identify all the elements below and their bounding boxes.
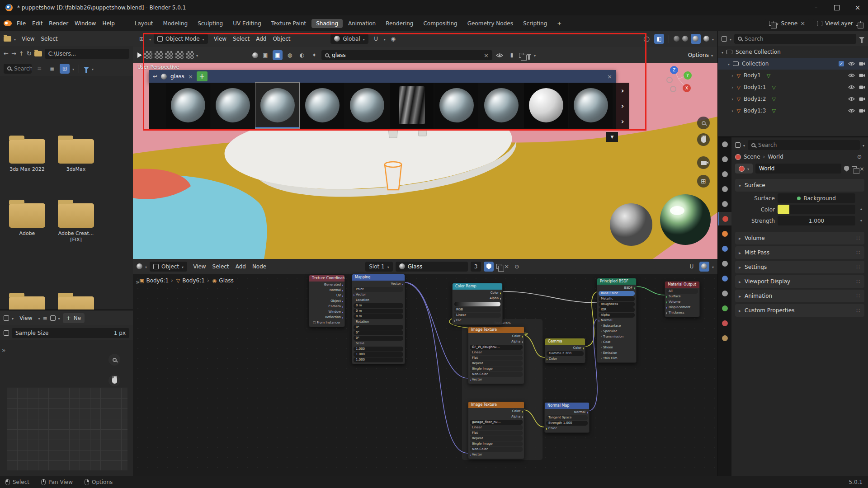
copy-viewlayer-icon[interactable] (856, 21, 861, 26)
node-socket-row[interactable]: Linear (454, 313, 501, 318)
copy-material-icon[interactable] (496, 264, 501, 269)
unlink-material-icon[interactable] (504, 263, 509, 270)
node-socket-row[interactable]: 0 m (354, 303, 403, 308)
close-button[interactable] (847, 0, 868, 15)
properties-tab[interactable] (718, 197, 731, 211)
node-socket-row[interactable]: RGB (454, 307, 501, 312)
node-socket-row[interactable]: 1.000 (354, 357, 403, 362)
node-socket-row[interactable]: Color (470, 334, 523, 339)
menu-item[interactable]: View (211, 36, 230, 42)
node-socket-row[interactable]: Vector (470, 452, 523, 457)
back-icon[interactable] (4, 50, 9, 57)
blender-menu-icon[interactable] (4, 20, 12, 26)
properties-tab[interactable] (718, 182, 731, 196)
minimize-button[interactable] (806, 0, 826, 15)
breadcrumb-item[interactable]: ◉ Glass (212, 277, 236, 284)
clear-icon[interactable] (188, 73, 193, 80)
properties-tab[interactable] (718, 212, 731, 225)
node-socket-row[interactable]: From Instancer (311, 320, 343, 325)
forward-icon[interactable] (11, 50, 16, 57)
scroll-right-icon[interactable] (621, 86, 624, 95)
menu-item[interactable]: Window (71, 20, 99, 27)
node-texture-coordinate[interactable]: Texture Coordinate GeneratedNormalUVObje… (309, 275, 345, 327)
outliner-row-object[interactable]: ▽ Body1:2 ▽ (718, 93, 868, 105)
world-icon[interactable]: ◐ (297, 50, 307, 60)
node-gamma[interactable]: Gamma ColorGamma 2.200Color (545, 338, 585, 363)
menu-item[interactable]: Object (269, 36, 293, 42)
properties-tab[interactable] (718, 227, 731, 240)
material-thumbnail[interactable] (434, 83, 478, 128)
snap-magnet-icon[interactable]: U (371, 34, 381, 44)
display-list-button[interactable]: ≡ (34, 64, 44, 74)
node-socket-row[interactable]: Color (547, 357, 584, 361)
node-socket-row[interactable]: Vector (470, 377, 523, 382)
collapsed-panel-header[interactable]: Volume (735, 232, 864, 244)
users-count-button[interactable]: 3 (471, 262, 481, 272)
node-socket-row[interactable] (454, 302, 500, 306)
maximize-button[interactable] (826, 0, 847, 15)
gizmo-z-axis[interactable]: Z (670, 66, 678, 74)
node-socket-row[interactable]: Gamma 2.200 (547, 351, 584, 356)
hide-viewport-eye-icon[interactable] (848, 85, 855, 89)
gizmo-negative-axis[interactable] (666, 77, 673, 83)
node-socket-row[interactable]: Object (311, 299, 343, 304)
workspace-tab[interactable]: Shading (311, 19, 343, 28)
shading-solid-icon[interactable] (682, 36, 688, 42)
node-socket-row[interactable]: Base Color (599, 291, 635, 296)
outliner-row-scene-collection[interactable]: Scene Collection (718, 46, 868, 58)
hide-viewport-eye-icon[interactable] (848, 73, 855, 78)
node-image-texture-2[interactable]: Image Texture ColorAlphagarage_floor_nu…… (468, 401, 524, 459)
node-socket-row[interactable]: Displacement (666, 305, 698, 310)
menu-item[interactable]: View (19, 36, 38, 42)
new-material-button[interactable]: + (197, 71, 208, 81)
collapse-icon[interactable] (731, 108, 733, 114)
surface-value-button[interactable]: Background (778, 193, 855, 203)
file-list[interactable]: 3ds Max 2022 3dsMax Adobe Adobe Creat...… (0, 76, 133, 307)
node-socket-row[interactable]: Normal (311, 288, 343, 293)
search-input[interactable]: Search (4, 64, 32, 74)
node-socket-row[interactable]: Non-Color (470, 447, 523, 452)
node-socket-row[interactable]: Camera (311, 304, 343, 309)
shader-type-selector[interactable]: Object (150, 262, 187, 272)
node-socket-row[interactable]: Flat (470, 431, 523, 436)
breadcrumb-world[interactable]: World (768, 154, 783, 160)
material-thumbnail[interactable] (211, 83, 255, 128)
node-socket-row[interactable]: Alpha (454, 296, 501, 301)
eye-icon[interactable] (495, 50, 505, 60)
screen-icon[interactable]: ▣ (260, 50, 270, 60)
sample-size-field[interactable]: Sample Size 1 px (12, 328, 129, 338)
scroll-right-icon[interactable] (621, 102, 624, 110)
material-datablock[interactable]: Glass (396, 262, 468, 272)
node-socket-row[interactable]: Repeat (470, 436, 523, 441)
node-socket-row[interactable]: Subsurface (599, 324, 635, 328)
node-socket-row[interactable]: 0 m (354, 314, 403, 319)
properties-tab[interactable] (718, 331, 731, 345)
animate-dot-icon[interactable] (858, 218, 864, 224)
folder-item[interactable]: 3ds Max 2022 (5, 139, 50, 173)
viewlayer-selector[interactable]: ViewLayer (813, 19, 864, 28)
show-gizmo-icon[interactable]: ◯ (642, 34, 651, 44)
properties-tab[interactable] (718, 286, 731, 300)
workspace-tab[interactable]: Rendering (381, 19, 418, 28)
sample-tool-icon[interactable] (4, 330, 9, 336)
disable-render-camera-icon[interactable] (859, 108, 865, 113)
refresh-icon[interactable] (27, 50, 32, 57)
image-datablock-icon[interactable] (50, 315, 56, 321)
folder-item[interactable] (5, 296, 50, 310)
disable-render-camera-icon[interactable] (859, 85, 865, 89)
node-socket-row[interactable]: Sheen (599, 345, 635, 350)
node-socket-row[interactable]: UV (311, 293, 343, 298)
node-socket-row[interactable]: Roughness (599, 302, 635, 307)
node-socket-row[interactable]: Tangent Space (546, 415, 588, 420)
menu-item[interactable]: Add (253, 36, 269, 42)
menu-item[interactable]: Select (38, 36, 61, 42)
properties-toggle-icon[interactable]: ≡ (43, 315, 47, 321)
node-socket-row[interactable]: 1.000 (354, 347, 403, 352)
node-socket-row[interactable]: Alpha (470, 339, 523, 344)
viewport-3d[interactable]: ⊞ Object Mode ViewSelectAddObject Global… (133, 31, 717, 259)
filter-icon[interactable] (859, 37, 864, 40)
disable-render-camera-icon[interactable] (859, 97, 865, 101)
node-socket-row[interactable]: Single Image (470, 441, 523, 446)
texture-slot-icon[interactable] (155, 51, 163, 59)
node-socket-row[interactable]: Single Image (470, 366, 523, 371)
